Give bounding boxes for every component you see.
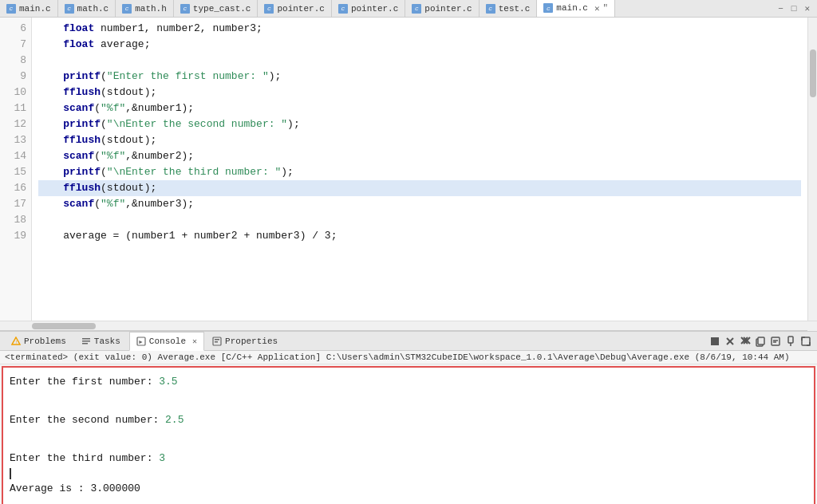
panel-tab-console-label: Console: [149, 337, 186, 346]
tab-label-8: test.c: [499, 4, 531, 14]
console-icon: ►: [136, 337, 146, 346]
tab-label-6: pointer.c: [351, 4, 398, 14]
code-line-6: float number1, number2, number3;: [38, 21, 801, 37]
panel-tab-properties-label: Properties: [225, 337, 278, 346]
tab-main-c-active[interactable]: c main.c ✕ ": [537, 0, 615, 18]
tab-pointer-2[interactable]: c pointer.c: [332, 0, 405, 18]
panel-tab-tasks[interactable]: Tasks: [75, 332, 128, 351]
svg-rect-2: [82, 338, 90, 340]
tasks-icon: [81, 337, 91, 346]
panel-action-buttons: [708, 335, 812, 348]
tab-label-5: pointer.c: [277, 4, 324, 14]
horizontal-scrollbar[interactable]: [0, 321, 817, 330]
tab-icon-5: c: [264, 4, 274, 14]
tab-label-9: main.c: [556, 3, 588, 13]
tab-main-c-1[interactable]: c main.c: [0, 0, 58, 18]
bottom-panel: ! Problems Tasks ► Console ✕: [0, 330, 817, 504]
svg-rect-8: [215, 339, 219, 341]
maximize-button[interactable]: □: [789, 4, 799, 14]
panel-btn-clear[interactable]: [724, 335, 736, 348]
tab-icon-9: c: [543, 3, 553, 13]
cursor-indicator: [10, 468, 11, 479]
warning-icon: !: [11, 337, 21, 346]
minimize-button[interactable]: −: [776, 4, 786, 14]
console-line-blank-2: [10, 430, 807, 449]
console-output[interactable]: Enter the first number: 3.5 Enter the se…: [2, 366, 815, 504]
svg-text:►: ►: [138, 338, 144, 344]
tab-bar: c main.c c math.c c math.h c type_cast.c…: [0, 0, 817, 18]
console-line-2: Enter the second number: 2.5: [10, 411, 807, 430]
tab-type-cast[interactable]: c type_cast.c: [174, 0, 259, 18]
panel-btn-pin[interactable]: [784, 335, 797, 348]
close-button[interactable]: ✕: [802, 3, 812, 14]
console-close-icon[interactable]: ✕: [192, 337, 197, 346]
console-label-3: Enter the third number:: [10, 452, 159, 464]
panel-tab-problems[interactable]: ! Problems: [5, 332, 73, 351]
scrollbar-thumb-v[interactable]: [810, 49, 816, 97]
console-value-1: 3.5: [159, 376, 177, 388]
panel-tab-problems-label: Problems: [24, 337, 66, 346]
panel-btn-paste[interactable]: [769, 335, 782, 348]
console-cursor-line: [10, 468, 807, 479]
console-line-1: Enter the first number: 3.5: [10, 372, 807, 392]
properties-icon: [212, 337, 222, 346]
svg-text:!: !: [16, 340, 18, 345]
scrollbar-corner: [807, 321, 817, 331]
tab-icon-6: c: [338, 4, 348, 14]
panel-tab-properties[interactable]: Properties: [206, 332, 285, 351]
console-line-4: Average is : 3.000000: [10, 479, 807, 498]
tab-label-4: type_cast.c: [193, 4, 251, 14]
vertical-scrollbar[interactable]: [807, 18, 817, 321]
tab-overflow-icon[interactable]: ": [603, 3, 609, 13]
line-numbers: 6 7 8 9 10 11 12 13 14 15 16 17 18 19: [0, 18, 32, 321]
tab-test-c[interactable]: c test.c: [480, 0, 538, 18]
tab-icon-3: c: [122, 4, 132, 14]
window-controls: − □ ✕: [771, 3, 817, 14]
console-label-2: Enter the second number:: [10, 414, 165, 426]
tab-label-7: pointer.c: [424, 4, 472, 14]
terminated-line: <terminated> (exit value: 0) Average.exe…: [0, 351, 817, 364]
panel-btn-stop[interactable]: [708, 335, 721, 348]
tab-label-3: math.h: [135, 4, 167, 14]
panel-tab-tasks-label: Tasks: [94, 337, 120, 346]
console-value-2: 2.5: [165, 414, 184, 426]
panel-tab-bar: ! Problems Tasks ► Console ✕: [0, 332, 817, 351]
svg-rect-4: [82, 343, 88, 345]
panel-btn-maximize[interactable]: [799, 335, 812, 348]
tab-math-h[interactable]: c math.h: [116, 0, 174, 18]
tab-pointer-1[interactable]: c pointer.c: [258, 0, 331, 18]
scrollbar-thumb-h[interactable]: [32, 323, 96, 329]
tab-icon-1: c: [6, 4, 16, 14]
tab-icon-7: c: [412, 4, 421, 14]
code-line-13: fflush(stdout);: [38, 132, 801, 148]
code-line-9: printf("Enter the first number: ");: [38, 69, 801, 85]
code-line-7: float average;: [38, 37, 801, 53]
svg-rect-22: [788, 337, 793, 343]
code-line-8: [38, 53, 801, 69]
tab-label-1: main.c: [19, 4, 51, 14]
tab-close-icon[interactable]: ✕: [594, 3, 600, 14]
svg-rect-9: [215, 341, 218, 343]
code-line-18: [38, 212, 801, 228]
code-line-16: fflush(stdout);: [38, 180, 801, 196]
svg-rect-10: [711, 337, 719, 345]
panel-btn-x2[interactable]: [739, 335, 752, 348]
tab-label-2: math.c: [77, 4, 109, 14]
svg-rect-18: [758, 337, 764, 345]
panel-tab-console[interactable]: ► Console ✕: [129, 332, 204, 351]
panel-btn-copy[interactable]: [754, 335, 767, 348]
svg-rect-19: [772, 337, 780, 345]
console-label-1: Enter the first number:: [10, 376, 159, 388]
code-line-14: scanf("%f",&number2);: [38, 148, 801, 164]
svg-rect-3: [82, 341, 90, 342]
code-line-19: average = (number1 + number2 + number3) …: [38, 228, 801, 244]
tab-pointer-3[interactable]: c pointer.c: [405, 0, 479, 18]
code-lines[interactable]: float number1, number2, number3; float a…: [32, 18, 807, 321]
code-editor: 6 7 8 9 10 11 12 13 14 15 16 17 18 19 fl…: [0, 18, 817, 321]
console-label-4: Average is : 3.000000: [10, 482, 140, 494]
tab-math-c[interactable]: c math.c: [58, 0, 116, 18]
code-line-10: fflush(stdout);: [38, 85, 801, 100]
code-line-15: printf("\nEnter the third number: ");: [38, 164, 801, 180]
tab-icon-2: c: [65, 4, 74, 14]
code-line-11: scanf("%f",&number1);: [38, 100, 801, 116]
